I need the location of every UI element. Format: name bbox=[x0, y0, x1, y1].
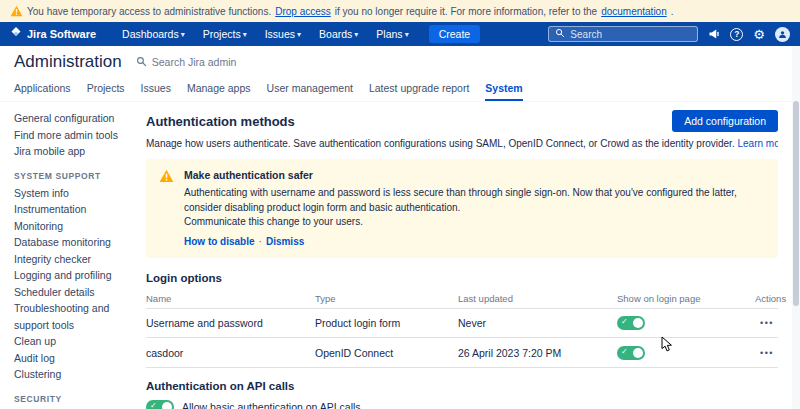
col-name: Name bbox=[146, 293, 315, 304]
documentation-link[interactable]: documentation bbox=[601, 6, 667, 17]
row-name: casdoor bbox=[146, 347, 315, 359]
login-options-title: Login options bbox=[146, 272, 778, 284]
add-configuration-button[interactable]: Add configuration bbox=[672, 110, 778, 132]
chevron-down-icon: ▾ bbox=[243, 30, 247, 39]
scrollbar-thumb[interactable] bbox=[793, 101, 799, 306]
admin-sidebar: General configuration Find more admin to… bbox=[0, 102, 132, 409]
nav-search-box[interactable] bbox=[548, 26, 698, 42]
dismiss-link[interactable]: Dismiss bbox=[266, 236, 304, 247]
jira-brand[interactable]: Jira Software bbox=[10, 27, 96, 41]
sidebar-item-system-info[interactable]: System info bbox=[14, 185, 124, 202]
make-auth-safer-warning: Make authentication safer Authenticating… bbox=[146, 159, 778, 258]
sidebar-item-find-more-admin-tools[interactable]: Find more admin tools bbox=[14, 127, 124, 144]
help-icon[interactable]: ? bbox=[730, 28, 743, 41]
tab-applications[interactable]: Applications bbox=[14, 78, 71, 101]
row-actions-menu-icon[interactable]: ••• bbox=[756, 316, 778, 330]
section-title-authentication-methods: Authentication methods bbox=[146, 114, 295, 129]
chevron-down-icon: ▾ bbox=[354, 30, 358, 39]
warning-title: Make authentication safer bbox=[184, 168, 766, 183]
sidebar-item-clustering[interactable]: Clustering bbox=[14, 366, 124, 383]
user-avatar[interactable] bbox=[775, 27, 790, 42]
admin-header: Administration bbox=[0, 46, 800, 78]
sidebar-section-security: SECURITY bbox=[14, 394, 124, 404]
warning-icon bbox=[159, 169, 174, 183]
nav-item-label: Projects bbox=[203, 28, 241, 40]
sidebar-item-troubleshooting[interactable]: Troubleshooting and support tools bbox=[14, 300, 124, 333]
warning-icon bbox=[10, 5, 23, 17]
nav-search-input[interactable] bbox=[570, 29, 680, 40]
chevron-down-icon: ▾ bbox=[405, 30, 409, 39]
announcements-icon[interactable] bbox=[708, 28, 720, 40]
tab-projects[interactable]: Projects bbox=[87, 78, 125, 101]
row-last-updated: 26 April 2023 7:20 PM bbox=[458, 347, 617, 359]
jira-logo-icon bbox=[10, 27, 22, 41]
sidebar-item-scheduler-details[interactable]: Scheduler details bbox=[14, 284, 124, 301]
chevron-down-icon: ▾ bbox=[297, 30, 301, 39]
row-actions-menu-icon[interactable]: ••• bbox=[756, 346, 778, 360]
row-name: Username and password bbox=[146, 317, 315, 329]
table-header-row: Name Type Last updated Show on login pag… bbox=[146, 290, 778, 309]
banner-text-2: if you no longer require it. For more in… bbox=[335, 6, 597, 17]
nav-item-label: Boards bbox=[319, 28, 352, 40]
page-scrollbar bbox=[792, 46, 800, 409]
row-type: Product login form bbox=[315, 317, 458, 329]
chevron-down-icon: ▾ bbox=[181, 30, 185, 39]
col-show-on-login-page: Show on login page bbox=[617, 293, 755, 304]
row-type: OpenID Connect bbox=[315, 347, 458, 359]
sidebar-item-monitoring[interactable]: Monitoring bbox=[14, 218, 124, 235]
sidebar-item-integrity-checker[interactable]: Integrity checker bbox=[14, 251, 124, 268]
warning-body-2: Communicate this change to your users. bbox=[184, 215, 766, 230]
how-to-disable-link[interactable]: How to disable bbox=[184, 236, 255, 247]
banner-text-3: . bbox=[671, 6, 674, 17]
banner-text: You have temporary access to administrat… bbox=[27, 6, 271, 17]
sidebar-item-jira-mobile-app[interactable]: Jira mobile app bbox=[14, 143, 124, 160]
nav-item-label: Dashboards bbox=[122, 28, 179, 40]
drop-access-link[interactable]: Drop access bbox=[275, 6, 331, 17]
api-toggle-label: Allow basic authentication on API calls. bbox=[182, 401, 364, 409]
nav-item-plans[interactable]: Plans▾ bbox=[370, 28, 414, 40]
create-button[interactable]: Create bbox=[429, 25, 481, 43]
tab-manage-apps[interactable]: Manage apps bbox=[187, 78, 251, 101]
warning-body: Authenticating with username and passwor… bbox=[184, 186, 766, 215]
search-icon bbox=[136, 53, 147, 71]
row-last-updated: Never bbox=[458, 317, 617, 329]
sidebar-item-logging-and-profiling[interactable]: Logging and profiling bbox=[14, 267, 124, 284]
page-title: Administration bbox=[14, 52, 122, 72]
admin-search-box[interactable] bbox=[136, 53, 262, 71]
nav-item-boards[interactable]: Boards▾ bbox=[313, 28, 364, 40]
sidebar-section-system-support: SYSTEM SUPPORT bbox=[14, 171, 124, 181]
description: Manage how users authenticate. Save auth… bbox=[146, 138, 778, 149]
top-navbar: Jira Software Dashboards▾ Projects▾ Issu… bbox=[0, 22, 800, 46]
learn-more-link[interactable]: Learn more about using multiple identity… bbox=[737, 138, 778, 149]
search-icon bbox=[555, 28, 565, 40]
nav-item-issues[interactable]: Issues▾ bbox=[259, 28, 307, 40]
nav-item-label: Issues bbox=[265, 28, 295, 40]
nav-item-projects[interactable]: Projects▾ bbox=[197, 28, 253, 40]
gear-icon[interactable]: ⚙ bbox=[753, 28, 765, 41]
main-content: Authentication methods Add configuration… bbox=[132, 102, 800, 409]
sidebar-item-general-configuration[interactable]: General configuration bbox=[14, 110, 124, 127]
basic-auth-api-toggle[interactable] bbox=[146, 400, 174, 409]
sidebar-item-database-monitoring[interactable]: Database monitoring bbox=[14, 234, 124, 251]
separator: · bbox=[259, 236, 262, 247]
sidebar-item-clean-up[interactable]: Clean up bbox=[14, 333, 124, 350]
temporary-access-banner: You have temporary access to administrat… bbox=[0, 0, 800, 22]
admin-search-input[interactable] bbox=[152, 56, 262, 68]
show-on-login-toggle[interactable] bbox=[617, 316, 645, 330]
tab-latest-upgrade-report[interactable]: Latest upgrade report bbox=[369, 78, 469, 101]
table-row: Username and password Product login form… bbox=[146, 309, 778, 338]
col-type: Type bbox=[315, 293, 458, 304]
table-row: casdoor OpenID Connect 26 April 2023 7:2… bbox=[146, 338, 778, 367]
sidebar-item-instrumentation[interactable]: Instrumentation bbox=[14, 201, 124, 218]
col-actions: Actions bbox=[755, 293, 790, 304]
col-last-updated: Last updated bbox=[458, 293, 617, 304]
tab-user-management[interactable]: User management bbox=[267, 78, 353, 101]
nav-item-dashboards[interactable]: Dashboards▾ bbox=[116, 28, 191, 40]
admin-tabs: Applications Projects Issues Manage apps… bbox=[0, 78, 800, 102]
show-on-login-toggle[interactable] bbox=[617, 346, 645, 360]
tab-system[interactable]: System bbox=[485, 78, 522, 101]
login-options-table: Name Type Last updated Show on login pag… bbox=[146, 290, 778, 367]
tab-issues[interactable]: Issues bbox=[141, 78, 171, 101]
sidebar-item-audit-log[interactable]: Audit log bbox=[14, 350, 124, 367]
jira-brand-label: Jira Software bbox=[27, 28, 96, 40]
